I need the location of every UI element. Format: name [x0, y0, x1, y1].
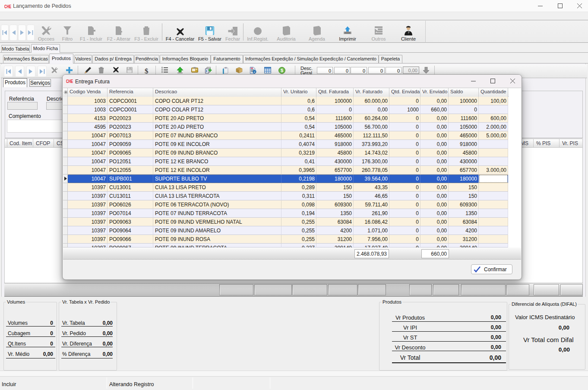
svg-text:CHE: CHE	[66, 79, 73, 83]
svg-text:$: $	[281, 68, 283, 73]
svg-text:i: i	[254, 70, 255, 74]
svg-text:CHE: CHE	[4, 4, 11, 9]
